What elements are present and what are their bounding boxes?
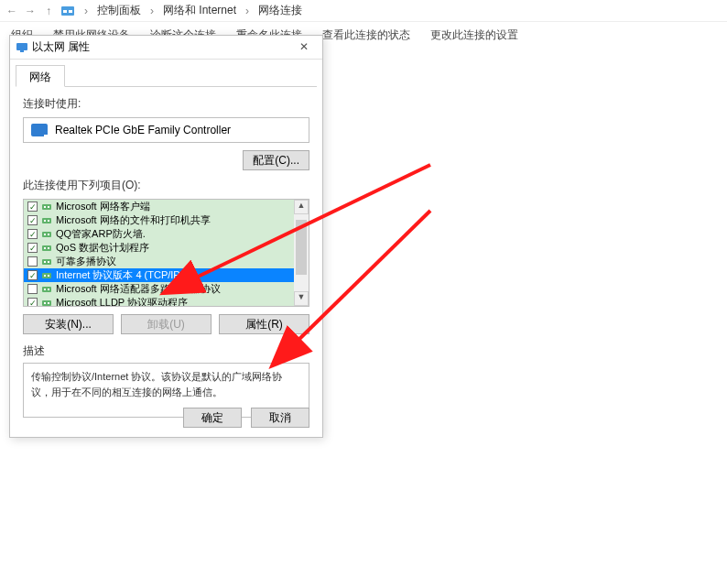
tab-body: 连接时使用: Realtek PCIe GbE Family Controlle…	[10, 87, 322, 425]
service-icon	[41, 284, 52, 295]
svg-rect-6	[44, 206, 46, 208]
service-icon	[41, 270, 52, 281]
close-icon[interactable]: ✕	[291, 38, 317, 57]
svg-rect-19	[48, 261, 49, 263]
breadcrumb-item[interactable]: 网络和 Internet	[163, 3, 236, 18]
svg-rect-8	[42, 218, 51, 223]
crumb-separator-icon: ›	[150, 5, 154, 17]
svg-rect-10	[48, 220, 49, 222]
svg-rect-21	[44, 275, 46, 277]
nav-back-icon[interactable]: ←	[5, 5, 18, 17]
svg-rect-22	[48, 275, 49, 277]
list-item[interactable]: ✓ QQ管家ARP防火墙.	[24, 227, 294, 241]
nav-up-icon[interactable]: ↑	[42, 5, 55, 17]
service-icon	[41, 243, 52, 254]
checkbox[interactable]: ✓	[27, 298, 38, 307]
checkbox[interactable]	[27, 256, 38, 267]
svg-rect-13	[48, 234, 49, 235]
svg-rect-28	[48, 302, 49, 304]
toolbar-status[interactable]: 查看此连接的状态	[322, 27, 410, 46]
svg-rect-23	[42, 287, 51, 292]
list-item[interactable]: 可靠多播协议	[24, 255, 294, 268]
service-icon	[41, 229, 52, 240]
ok-button[interactable]: 确定	[183, 408, 242, 428]
service-icon	[41, 201, 52, 212]
list-item[interactable]: ✓ QoS 数据包计划程序	[24, 241, 294, 255]
address-bar: ← → ↑ › 控制面板 › 网络和 Internet › 网络连接	[0, 0, 727, 22]
svg-rect-3	[16, 43, 27, 50]
toolbar-change-settings[interactable]: 更改此连接的设置	[430, 27, 518, 46]
list-item[interactable]: Microsoft 网络适配器多路传送器协议	[24, 282, 294, 296]
svg-rect-12	[44, 234, 46, 235]
list-item-label: QQ管家ARP防火墙.	[56, 227, 146, 241]
svg-rect-17	[42, 259, 51, 265]
tab-strip: 网络	[16, 63, 317, 87]
configure-button[interactable]: 配置(C)...	[243, 150, 309, 170]
svg-rect-1	[63, 10, 67, 13]
properties-button[interactable]: 属性(R)	[219, 314, 309, 334]
list-item[interactable]: ✓ Microsoft LLDP 协议驱动程序	[24, 296, 294, 307]
svg-rect-18	[44, 261, 46, 263]
list-item-label: Microsoft 网络的文件和打印机共享	[56, 213, 211, 227]
svg-rect-26	[42, 300, 51, 306]
svg-rect-15	[44, 247, 46, 249]
adapter-box: Realtek PCIe GbE Family Controller	[23, 117, 309, 143]
crumb-separator-icon: ›	[245, 5, 249, 17]
scroll-thumb[interactable]	[296, 220, 307, 275]
list-item[interactable]: ✓ Microsoft 网络客户端	[24, 200, 294, 213]
service-icon	[41, 215, 52, 226]
connect-using-label: 连接时使用:	[23, 96, 309, 112]
scroll-down-icon[interactable]: ▼	[294, 291, 309, 306]
nav-forward-icon[interactable]: →	[24, 5, 37, 17]
description-label: 描述	[23, 343, 309, 359]
checkbox[interactable]	[27, 284, 38, 294]
svg-rect-24	[44, 289, 46, 290]
service-icon	[41, 298, 52, 308]
components-listbox[interactable]: ✓ Microsoft 网络客户端 ✓ Microsoft 网络的文件和打印机共…	[23, 199, 309, 307]
checkbox[interactable]: ✓	[27, 243, 38, 253]
scroll-up-icon[interactable]: ▲	[294, 200, 309, 214]
cancel-button[interactable]: 取消	[251, 408, 309, 428]
adapter-name: Realtek PCIe GbE Family Controller	[55, 124, 231, 136]
svg-rect-4	[20, 50, 24, 52]
list-item-label: Microsoft 网络适配器多路传送器协议	[56, 282, 221, 296]
properties-dialog: 以太网 属性 ✕ 网络 连接时使用: Realtek PCIe GbE Fami…	[9, 35, 323, 438]
svg-rect-5	[42, 204, 51, 210]
network-folder-icon	[60, 4, 75, 18]
nic-icon	[31, 124, 48, 136]
list-item-label: 可靠多播协议	[56, 255, 116, 268]
breadcrumb-item[interactable]: 控制面板	[97, 3, 141, 18]
checkbox[interactable]: ✓	[27, 229, 38, 239]
svg-rect-16	[48, 247, 49, 249]
svg-rect-2	[69, 10, 72, 13]
crumb-separator-icon: ›	[84, 5, 88, 17]
svg-rect-25	[48, 289, 49, 290]
ethernet-icon	[16, 41, 28, 54]
dialog-titlebar[interactable]: 以太网 属性 ✕	[10, 36, 322, 60]
list-item-label: QoS 数据包计划程序	[56, 241, 149, 255]
list-item[interactable]: ✓ Internet 协议版本 4 (TCP/IPv4)	[24, 268, 294, 282]
svg-rect-7	[48, 206, 49, 208]
svg-rect-20	[42, 273, 51, 278]
service-icon	[41, 256, 52, 267]
list-item-label: Microsoft 网络客户端	[56, 200, 150, 213]
tab-network[interactable]: 网络	[16, 65, 65, 87]
list-item[interactable]: ✓ Microsoft 网络的文件和打印机共享	[24, 213, 294, 227]
svg-rect-14	[42, 245, 51, 251]
list-item-label: Internet 协议版本 4 (TCP/IPv4)	[56, 268, 194, 282]
checkbox[interactable]: ✓	[27, 270, 38, 280]
svg-rect-11	[42, 232, 51, 237]
list-item-label: Microsoft LLDP 协议驱动程序	[56, 296, 188, 307]
dialog-title: 以太网 属性	[32, 39, 291, 55]
checkbox[interactable]: ✓	[27, 215, 38, 225]
scrollbar[interactable]: ▲ ▼	[294, 200, 309, 306]
checkbox[interactable]: ✓	[27, 201, 38, 212]
items-label: 此连接使用下列项目(O):	[23, 178, 309, 193]
svg-rect-9	[44, 220, 46, 222]
uninstall-button[interactable]: 卸载(U)	[121, 314, 212, 334]
svg-rect-27	[44, 302, 46, 304]
install-button[interactable]: 安装(N)...	[23, 314, 114, 334]
breadcrumb-item[interactable]: 网络连接	[258, 3, 302, 18]
